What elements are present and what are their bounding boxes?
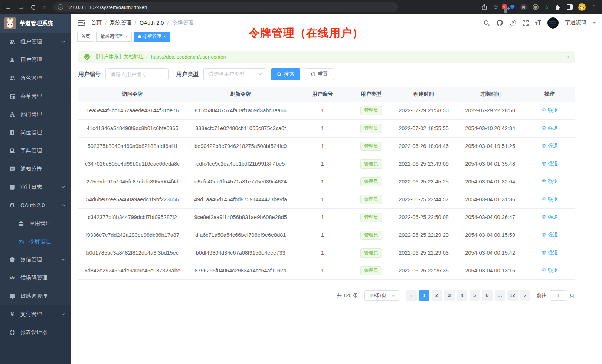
- user-type-select[interactable]: 请选择用户类型: [203, 68, 266, 80]
- sidebar-item-dict[interactable]: 字典管理: [0, 142, 71, 160]
- sidebar-item-audit-log[interactable]: 审计日志: [0, 178, 71, 196]
- force-logout-button[interactable]: 强退: [542, 143, 558, 149]
- sidebar-item-notice[interactable]: 通知公告: [0, 160, 71, 178]
- sidebar-item-pay[interactable]: ¥支付管理: [0, 305, 71, 323]
- delete-icon: [542, 179, 546, 184]
- more-pages-button[interactable]: …: [495, 290, 505, 301]
- browser-forward-icon[interactable]: →: [18, 4, 24, 10]
- force-logout-button[interactable]: 强退: [542, 178, 558, 185]
- tab-close-icon[interactable]: ×: [125, 34, 128, 39]
- bookmark-star-icon[interactable]: ☆: [493, 4, 498, 10]
- chevron-up-icon: [61, 203, 65, 207]
- breadcrumb-item[interactable]: 系统管理: [110, 19, 131, 26]
- sidebar-item-menu-tree[interactable]: 菜单管理: [0, 87, 71, 105]
- user-type-badge: 管理员: [360, 177, 382, 186]
- table-header-row: 访问令牌刷新令牌用户编号用户类型创建时间过期时间操作: [78, 87, 575, 102]
- puzzle-extensions-icon[interactable]: [555, 4, 561, 10]
- access-token-cell: c342377bf8b344799dcbf7bf095287f2: [78, 208, 186, 226]
- page-button-2[interactable]: 2: [432, 290, 442, 301]
- browser-back-icon[interactable]: ←: [5, 4, 12, 10]
- tab-item[interactable]: 敏感词管理×: [96, 32, 132, 42]
- sidebar-item-app-manage[interactable]: 应用管理: [0, 214, 71, 232]
- user-id-cell: 1: [295, 102, 350, 119]
- prev-page-button[interactable]: ‹: [406, 290, 417, 301]
- page-button-12[interactable]: 12: [507, 290, 518, 301]
- user-id-cell: 1: [295, 173, 350, 191]
- collapse-sidebar-icon[interactable]: [78, 20, 85, 26]
- access-token-cell: 6d842e2924594de9a09e45e087323abe: [78, 262, 186, 279]
- sidebar-item-tenant[interactable]: 租户管理: [0, 33, 71, 51]
- force-logout-button[interactable]: 强退: [542, 249, 558, 256]
- user-id-input[interactable]: [105, 68, 169, 80]
- user-type-cell: 管理员: [350, 155, 392, 173]
- sidebar-item-token[interactable]: (A)令牌管理: [0, 232, 71, 251]
- sidebar-item-report[interactable]: 报表设计器: [0, 323, 71, 341]
- search-button[interactable]: 搜索: [271, 68, 300, 80]
- app-logo[interactable]: 芋道管理系统: [0, 14, 71, 33]
- force-logout-button[interactable]: 强退: [542, 161, 558, 167]
- next-page-button[interactable]: ›: [520, 290, 530, 301]
- delete-icon: [542, 197, 546, 202]
- access-token-cell: f9336e7c7dd242a283ee98dc86b17a87: [78, 226, 186, 244]
- force-logout-button[interactable]: 强退: [542, 214, 558, 221]
- reset-button[interactable]: 重置: [305, 68, 334, 80]
- site-info-icon[interactable]: i: [58, 4, 63, 10]
- font-size-icon[interactable]: TT: [535, 20, 541, 26]
- sidebar-item-sms[interactable]: 短信管理: [0, 251, 71, 269]
- page-button-1[interactable]: 1: [419, 290, 429, 301]
- breadcrumb-item[interactable]: OAuth 2.0: [140, 20, 164, 26]
- browser-menu-icon[interactable]: ⋮: [591, 4, 597, 10]
- gem-extension-icon[interactable]: [510, 5, 515, 9]
- tab-close-icon[interactable]: ×: [163, 34, 166, 39]
- address-bar[interactable]: i 127.0.0.1:1024/system/oauth2/token: [53, 2, 398, 12]
- fullscreen-icon[interactable]: [522, 20, 529, 26]
- force-logout-button[interactable]: 强退: [542, 267, 558, 274]
- page-button-5[interactable]: 5: [470, 290, 480, 301]
- action-cell: 强退: [525, 262, 575, 279]
- page-button-4[interactable]: 4: [457, 290, 467, 301]
- alert-close-icon[interactable]: ×: [566, 54, 569, 60]
- chevron-down-icon: [61, 185, 65, 189]
- profile-avatar-icon[interactable]: [578, 3, 586, 11]
- search-icon[interactable]: [483, 20, 490, 26]
- share-icon[interactable]: [481, 4, 487, 10]
- sidebar-item-error-code[interactable]: </>错误码管理: [0, 269, 71, 287]
- record-extension-icon[interactable]: [533, 4, 539, 10]
- browser-home-icon[interactable]: ⌂: [43, 4, 46, 10]
- user-type-cell: 管理员: [350, 137, 392, 155]
- username[interactable]: 芋道源码: [565, 19, 586, 26]
- sidebar-item-dept[interactable]: 部门管理: [0, 105, 71, 123]
- goto-page-input[interactable]: [550, 290, 566, 301]
- user-type-cell: 管理员: [350, 262, 392, 279]
- green-star-extension-icon[interactable]: ☆: [544, 4, 549, 11]
- side-panel-icon[interactable]: [567, 4, 573, 10]
- sidebar-item-sensitive-word[interactable]: 敏感词管理: [0, 287, 71, 305]
- access-token-cell: c347026e805e4d99b0d116eae66eda8c: [78, 155, 186, 173]
- force-logout-button[interactable]: 强退: [542, 125, 558, 132]
- sidebar-item-oauth[interactable]: OAuth 2.0: [0, 196, 71, 214]
- alert-doc-link[interactable]: https://doc.iocoder.cn/user-center/: [151, 54, 226, 60]
- force-logout-button[interactable]: 强退: [542, 232, 558, 238]
- expire-time-cell: 2054-03-04 01:31:36: [455, 191, 525, 208]
- user-avatar[interactable]: [547, 17, 559, 29]
- url-text[interactable]: 127.0.0.1:1024/system/oauth2/token: [66, 4, 147, 10]
- force-logout-button[interactable]: 强退: [542, 196, 558, 203]
- tab-active[interactable]: 令牌管理×: [134, 32, 170, 42]
- page-button-6[interactable]: 6: [482, 290, 493, 301]
- sidebar-item-post[interactable]: 岗位管理: [0, 123, 71, 142]
- force-logout-button[interactable]: 强退: [542, 107, 558, 114]
- sidebar-item-label: 支付管理: [20, 311, 42, 318]
- page-size-select[interactable]: 10条/页: [364, 290, 399, 301]
- command-extension-icon[interactable]: ⌘: [520, 4, 527, 10]
- delete-icon: [542, 215, 546, 219]
- github-icon[interactable]: [496, 19, 503, 26]
- browser-reload-icon[interactable]: [31, 5, 36, 10]
- help-icon[interactable]: ?: [510, 20, 516, 26]
- breadcrumb-item[interactable]: 首页: [91, 19, 102, 26]
- sidebar-item-user[interactable]: 用户管理: [0, 51, 71, 69]
- user-type-badge: 管理员: [360, 248, 382, 258]
- page-button-3[interactable]: 3: [444, 290, 455, 301]
- user-caret-down-icon[interactable]: [593, 22, 596, 25]
- sidebar-item-role[interactable]: 角色管理: [0, 69, 71, 87]
- tab-item[interactable]: 首页: [77, 32, 94, 42]
